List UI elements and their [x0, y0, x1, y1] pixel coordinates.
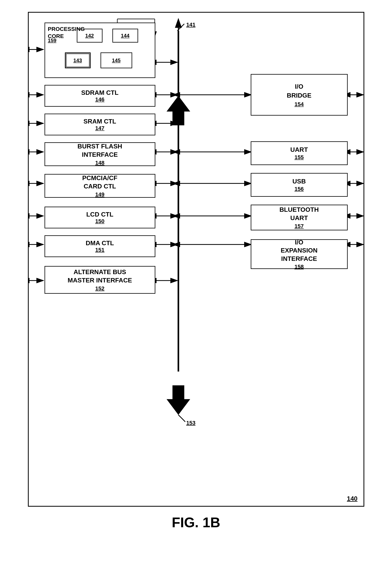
uart-label: UART: [290, 146, 308, 153]
lcd-ctl-label: LCD CTL: [86, 211, 113, 218]
ref-146: 146: [95, 96, 104, 103]
label-140: 140: [347, 495, 357, 502]
sram-ctl-block: SRAM CTL 147: [44, 114, 155, 135]
svg-marker-9: [167, 96, 190, 125]
bluetooth-uart-block: BLUETOOTHUART 157: [251, 205, 348, 230]
burst-flash-label: BURST FLASHINTERFACE: [78, 142, 122, 159]
ref-151: 151: [95, 247, 104, 253]
lcd-ctl-block: LCD CTL 150: [44, 207, 155, 228]
inner-block-144: 144: [112, 29, 138, 42]
dma-ctl-block: DMA CTL 151: [44, 235, 155, 257]
sdram-ctl-label: SDRAM CTL: [81, 89, 118, 96]
ref-156: 156: [294, 186, 304, 192]
io-bridge-block: I/OBRIDGE 154: [251, 74, 348, 116]
io-bridge-label: I/OBRIDGE: [287, 82, 311, 100]
svg-text:141: 141: [186, 22, 195, 28]
io-expansion-block: I/OEXPANSIONINTERFACE 158: [251, 239, 348, 269]
burst-flash-block: BURST FLASHINTERFACE 148: [44, 142, 155, 166]
diagram-outer: 140: [28, 12, 364, 507]
ref-152: 152: [95, 285, 104, 292]
ref-149: 149: [95, 191, 104, 198]
dma-ctl-label: DMA CTL: [86, 239, 114, 247]
usb-label: USB: [293, 178, 306, 185]
ref-144: 144: [121, 33, 129, 39]
alt-bus-label: ALTERNATE BUSMASTER INTERFACE: [68, 268, 132, 284]
svg-marker-7: [167, 385, 190, 415]
inner-block-143: 143: [65, 53, 91, 68]
ref-154: 154: [294, 101, 304, 108]
pcmcia-cf-label: PCMCIA/CFCARD CTL: [82, 174, 118, 190]
pcmcia-cf-block: PCMCIA/CFCARD CTL 149: [44, 174, 155, 198]
svg-line-8: [178, 415, 185, 422]
inner-block-145: 145: [100, 53, 132, 68]
ref-159: 159: [48, 37, 56, 43]
processing-core-block: PROCESSINGCORE 159 142 144 143 145: [44, 23, 155, 78]
ref-150: 150: [95, 218, 104, 224]
ref-155: 155: [294, 154, 304, 161]
page-container: 140: [0, 0, 392, 570]
ref-147: 147: [95, 125, 104, 131]
ref-142: 142: [85, 33, 94, 39]
uart-block: UART 155: [251, 141, 348, 165]
inner-block-142: 142: [77, 29, 102, 42]
figure-label: FIG. 1B: [172, 514, 220, 530]
ref-158: 158: [294, 264, 304, 270]
ref-157: 157: [294, 223, 304, 229]
ref-148: 148: [95, 160, 104, 166]
sram-ctl-label: SRAM CTL: [84, 118, 116, 125]
io-expansion-label: I/OEXPANSIONINTERFACE: [280, 238, 317, 263]
usb-block: USB 156: [251, 173, 348, 197]
sdram-ctl-block: SDRAM CTL 146: [44, 85, 155, 107]
svg-text:153: 153: [186, 420, 195, 426]
alt-bus-block: ALTERNATE BUSMASTER INTERFACE 152: [44, 266, 155, 294]
ref-145: 145: [112, 57, 121, 64]
svg-line-6: [177, 24, 184, 31]
ref-143: 143: [73, 57, 82, 64]
bluetooth-uart-label: BLUETOOTHUART: [280, 206, 319, 222]
